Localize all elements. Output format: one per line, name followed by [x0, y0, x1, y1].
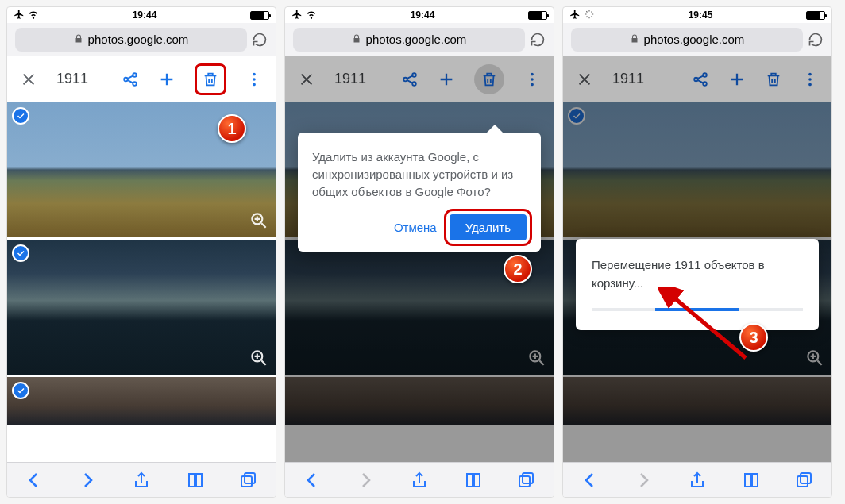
- selection-count: 1911: [56, 71, 88, 87]
- status-time: 19:45: [689, 10, 713, 21]
- callout-badge-3: 3: [739, 323, 768, 352]
- close-icon: [298, 71, 315, 88]
- svg-rect-27: [801, 473, 811, 483]
- zoom-icon: [527, 348, 547, 368]
- airplane-mode-icon: [569, 9, 581, 22]
- more-icon: [801, 71, 819, 88]
- reload-icon[interactable]: [252, 32, 268, 48]
- svg-point-24: [808, 83, 812, 86]
- airplane-mode-icon: [291, 9, 303, 22]
- url-field[interactable]: photos.google.com: [293, 28, 525, 52]
- tabs-icon[interactable]: [795, 471, 814, 490]
- svg-point-4: [253, 78, 256, 81]
- status-bar: 19:45: [563, 7, 831, 23]
- svg-rect-17: [523, 473, 533, 483]
- status-bar: 19:44: [7, 7, 276, 23]
- screenshot-3: 19:45 photos.google.com 1911: [562, 6, 832, 498]
- svg-point-3: [253, 72, 256, 75]
- more-icon: [523, 71, 541, 88]
- reload-icon[interactable]: [808, 32, 824, 48]
- svg-point-5: [253, 83, 256, 86]
- back-icon[interactable]: [303, 471, 322, 490]
- selected-check-icon[interactable]: [12, 107, 29, 125]
- share-sheet-icon[interactable]: [132, 471, 151, 490]
- tabs-icon[interactable]: [239, 471, 258, 490]
- browser-url-bar: photos.google.com: [285, 23, 554, 56]
- close-icon: [576, 71, 593, 88]
- svg-point-14: [531, 78, 534, 81]
- add-icon[interactable]: [158, 71, 176, 88]
- safari-bottom-bar: [7, 462, 276, 497]
- photo-item: [285, 377, 554, 425]
- cancel-button[interactable]: Отмена: [394, 221, 437, 234]
- share-icon: [401, 71, 419, 88]
- bookmarks-icon[interactable]: [464, 471, 483, 490]
- add-icon: [728, 71, 746, 88]
- svg-point-15: [531, 83, 534, 86]
- browser-url-bar: photos.google.com: [563, 23, 831, 56]
- forward-icon: [356, 471, 375, 490]
- url-text: photos.google.com: [366, 33, 467, 46]
- photo-item: [563, 102, 831, 237]
- trash-icon: [765, 71, 782, 88]
- svg-point-22: [808, 72, 812, 75]
- trash-icon[interactable]: [195, 63, 226, 95]
- battery-icon: [806, 11, 825, 20]
- status-bar: 19:44: [285, 7, 554, 23]
- photo-item[interactable]: [7, 240, 276, 375]
- photo-grid: [7, 102, 276, 462]
- battery-icon: [250, 11, 269, 20]
- bookmarks-icon[interactable]: [186, 471, 205, 490]
- airplane-mode-icon: [14, 9, 25, 22]
- selection-count: 1911: [612, 71, 644, 87]
- selected-check-icon[interactable]: [12, 244, 29, 262]
- share-icon: [692, 71, 709, 88]
- bookmarks-icon[interactable]: [742, 471, 761, 490]
- share-sheet-icon[interactable]: [688, 471, 707, 490]
- screenshot-1: 19:44 photos.google.com 1911: [6, 6, 276, 498]
- svg-rect-9: [241, 476, 252, 487]
- share-sheet-icon[interactable]: [410, 471, 429, 490]
- url-field[interactable]: photos.google.com: [15, 28, 247, 52]
- photo-item: [563, 377, 831, 425]
- back-icon[interactable]: [581, 471, 600, 490]
- lock-icon: [352, 33, 361, 46]
- lock-icon: [630, 33, 639, 46]
- zoom-icon: [804, 348, 825, 368]
- loading-spinner-icon: [584, 9, 595, 22]
- url-field[interactable]: photos.google.com: [571, 28, 803, 52]
- more-icon[interactable]: [245, 71, 263, 88]
- selection-toolbar: 1911: [285, 56, 554, 102]
- zoom-icon[interactable]: [249, 210, 269, 231]
- url-text: photos.google.com: [644, 33, 745, 46]
- back-icon[interactable]: [25, 471, 44, 490]
- status-time: 19:44: [411, 10, 435, 21]
- popup-message: Удалить из аккаунта Google, с синхронизи…: [312, 148, 527, 200]
- share-icon[interactable]: [122, 71, 139, 88]
- callout-badge-2: 2: [504, 255, 532, 283]
- safari-bottom-bar: [563, 462, 831, 497]
- lock-icon: [74, 33, 83, 46]
- wifi-icon: [28, 9, 39, 22]
- tabs-icon[interactable]: [517, 471, 536, 490]
- close-icon[interactable]: [20, 71, 37, 88]
- svg-point-23: [808, 78, 812, 81]
- selected-check-icon[interactable]: [12, 382, 29, 399]
- forward-icon: [634, 471, 653, 490]
- reload-icon[interactable]: [530, 32, 546, 48]
- browser-url-bar: photos.google.com: [7, 23, 276, 56]
- selected-check-icon: [568, 107, 585, 125]
- zoom-icon[interactable]: [249, 348, 269, 368]
- url-text: photos.google.com: [88, 33, 189, 46]
- safari-bottom-bar: [285, 462, 554, 497]
- add-icon: [438, 71, 455, 88]
- delete-button[interactable]: Удалить: [450, 214, 527, 240]
- selection-toolbar: 1911: [563, 56, 831, 102]
- photo-item[interactable]: [7, 377, 276, 425]
- progress-message: Перемещение 1911 объектов в корзину...: [592, 256, 803, 292]
- delete-confirm-popup: Удалить из аккаунта Google, с синхронизи…: [298, 133, 541, 252]
- trash-icon: [474, 64, 504, 94]
- forward-icon[interactable]: [78, 471, 97, 490]
- callout-badge-1: 1: [218, 114, 246, 143]
- wifi-icon: [306, 9, 317, 22]
